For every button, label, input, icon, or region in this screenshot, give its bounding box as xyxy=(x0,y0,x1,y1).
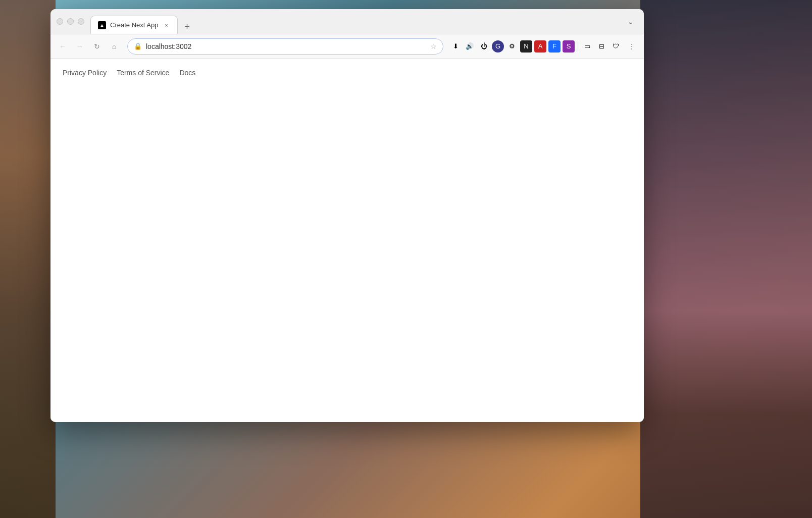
a-ext-icon[interactable]: A xyxy=(534,40,546,53)
power-ext-icon[interactable]: ⏻ xyxy=(478,40,490,53)
browser-window: Create Next App × + ⌄ ← → ↻ ⌂ 🔒 localhos… xyxy=(50,9,644,422)
settings-ext-icon[interactable]: ⚙ xyxy=(506,40,518,53)
audio-ext-icon[interactable]: 🔊 xyxy=(464,40,476,53)
page-content: Privacy Policy Terms of Service Docs xyxy=(50,59,644,422)
privacy-policy-link[interactable]: Privacy Policy xyxy=(63,69,107,77)
maximize-button[interactable] xyxy=(78,18,84,25)
docs-link[interactable]: Docs xyxy=(179,69,195,77)
tab-close-button[interactable]: × xyxy=(162,21,170,29)
game-ext-icon[interactable]: G xyxy=(492,40,504,53)
browser-menu-button[interactable]: ⋮ xyxy=(625,39,639,54)
navigation-bar: ← → ↻ ⌂ 🔒 localhost:3002 ☆ ⬇ 🔊 ⏻ G ⚙ N A… xyxy=(50,34,644,59)
tabs-chevron-icon[interactable]: ⌄ xyxy=(624,15,638,29)
security-icon: 🔒 xyxy=(134,42,142,50)
download-ext-icon[interactable]: ⬇ xyxy=(449,40,462,53)
sidebar-ext-icon[interactable]: ▭ xyxy=(581,40,593,53)
s-ext-icon[interactable]: S xyxy=(563,40,575,53)
minimize-button[interactable] xyxy=(67,18,74,25)
desktop-right-decoration xyxy=(640,0,812,518)
split-ext-icon[interactable]: ⊟ xyxy=(595,40,607,53)
terms-of-service-link[interactable]: Terms of Service xyxy=(117,69,169,77)
traffic-lights xyxy=(57,18,84,25)
tab-title: Create Next App xyxy=(110,21,158,29)
url-display: localhost:3002 xyxy=(146,42,426,50)
extension-icons: ⬇ 🔊 ⏻ G ⚙ N A F S ▭ ⊟ 🛡 xyxy=(449,40,622,53)
desktop-left-decoration xyxy=(0,0,56,518)
address-bar[interactable]: 🔒 localhost:3002 ☆ xyxy=(127,38,443,55)
toolbar-divider xyxy=(578,41,578,51)
shield-ext-icon[interactable]: 🛡 xyxy=(610,40,622,53)
close-button[interactable] xyxy=(57,18,63,25)
bookmark-star-icon[interactable]: ☆ xyxy=(430,42,437,50)
back-button[interactable]: ← xyxy=(56,39,70,54)
refresh-button[interactable]: ↻ xyxy=(90,39,104,54)
new-tab-button[interactable]: + xyxy=(180,20,194,34)
f-ext-icon[interactable]: F xyxy=(548,40,561,53)
forward-button[interactable]: → xyxy=(73,39,87,54)
tabs-bar: Create Next App × + xyxy=(90,9,624,34)
home-button[interactable]: ⌂ xyxy=(107,39,121,54)
active-tab[interactable]: Create Next App × xyxy=(90,16,178,34)
title-bar: Create Next App × + ⌄ xyxy=(50,9,644,34)
page-navigation: Privacy Policy Terms of Service Docs xyxy=(63,69,632,77)
tab-favicon xyxy=(98,21,106,29)
n-ext-icon[interactable]: N xyxy=(520,40,532,53)
